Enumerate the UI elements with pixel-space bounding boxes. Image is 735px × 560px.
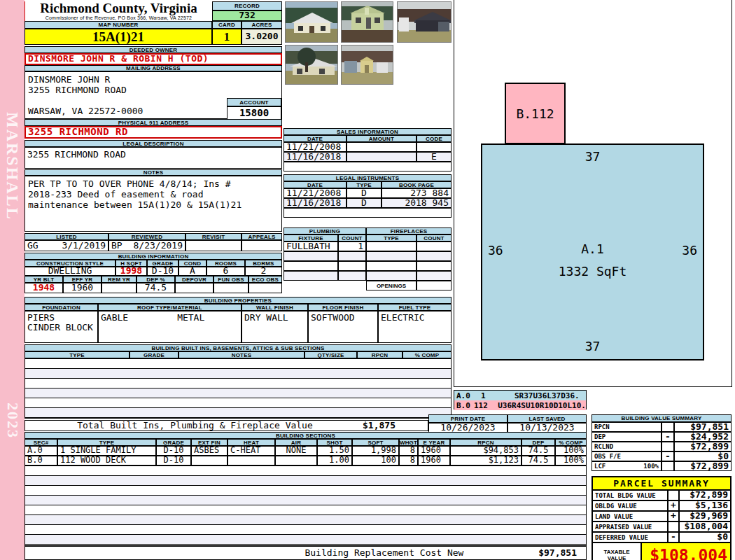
review-header-row: LISTED REVIEWED REVISIT APPEALS <box>24 233 282 240</box>
instr-type-label: TYPE <box>346 181 382 188</box>
plumbing-row-empty <box>284 261 451 271</box>
listed-date: 3/1/2019 <box>62 241 106 251</box>
plumbing-row-empty <box>284 271 451 281</box>
notes-label: NOTES <box>24 169 282 176</box>
bi-notes-label: NOTES <box>178 351 304 358</box>
parcel-summary-row: OBLDG VALUE + $5,136 <box>592 500 731 511</box>
bvs-row: DEP - $24,952 <box>592 432 732 442</box>
sales-code-label: CODE <box>416 135 451 142</box>
wall-finish-label: WALL FINISH <box>241 304 308 311</box>
notes-box: PER TP TO TO OVER PHONE 4/8/14; Ins # 20… <box>24 176 282 232</box>
reviewed-by: BP <box>111 241 122 251</box>
fireplaces-title: FIREPLACES <box>366 227 451 234</box>
bvs-title: BUILDING VALUE SUMMARY <box>592 414 732 422</box>
notes-line2: 2018-233 Deed of easement & road <box>28 189 279 200</box>
built-ins-total-value: $1,875 <box>363 421 426 430</box>
remyr-label: REM YR <box>102 276 136 283</box>
record-label: RECORD <box>212 1 282 10</box>
listed-value: GG3/1/2019 <box>24 240 108 251</box>
built-ins-empty-rows <box>24 358 451 419</box>
account-box: ACCOUNT 15800 <box>227 98 281 120</box>
building-info-values1: DWELLING 1998 D-10 A 6 2 <box>24 267 282 276</box>
instruments-title: LEGAL INSTRUMENTS <box>284 174 451 181</box>
deeded-owner-label: DEEDED OWNER <box>24 46 282 53</box>
outbuildings-photo[interactable] <box>341 45 393 85</box>
plumbing-title: PLUMBING <box>284 227 366 234</box>
record-box: RECORD 732 <box>212 1 282 21</box>
sketch-dim-left: 36 <box>488 243 503 258</box>
sidebar-strip: MARSHALL 2023 <box>0 0 24 560</box>
listed-by: GG <box>27 241 38 251</box>
depovr-value <box>175 283 214 293</box>
instr-bookpage-label: BOOK PAGE <box>382 181 451 188</box>
card-value: 1 <box>212 29 241 45</box>
record-value: 732 <box>212 10 282 21</box>
sales-amount-label: AMOUNT <box>346 135 416 142</box>
roof-value: GABLE METAL <box>98 311 241 343</box>
appeals-label: APPEALS <box>241 233 282 240</box>
account-value: 15800 <box>227 106 281 120</box>
green-house-photo[interactable] <box>341 1 393 43</box>
mailing-address-label: MAILING ADDRESS <box>24 65 282 71</box>
notes-line1: PER TP TO TO OVER PHONE 4/8/14; Ins # <box>28 178 279 189</box>
building-props-header: FOUNDATION ROOF TYPE/MATERIAL WALL FINIS… <box>24 304 451 311</box>
fuel-type-label: FUEL TYPE <box>378 304 451 311</box>
house-front-photo[interactable] <box>285 1 338 43</box>
revisit-value <box>186 240 241 251</box>
wall-finish-value: DRY WALL <box>241 311 308 343</box>
fixture-label: FIXTURE <box>284 234 338 241</box>
bvs-row: RCLND $72,899 <box>592 442 732 451</box>
hsqft-value: 1998 <box>115 267 147 276</box>
bvs-row: OBS F/E - $0 <box>592 451 732 461</box>
effyr-value: 1960 <box>63 283 102 293</box>
ecoobs-value <box>248 283 282 293</box>
sketch-legend-row-b: B.0 112 U36R4SU10R10D10L10. <box>454 400 586 410</box>
parcel-summary-row: TOTAL BLDG VALUE $72,899 <box>592 490 731 500</box>
print-info-box: PRINT DATE LAST SAVED 10/26/2023 10/13/2… <box>428 414 587 433</box>
funobs-label: FUN OBS <box>214 276 248 283</box>
sidebar-agency-label: MARSHALL <box>3 112 22 220</box>
openings-row: OPENINGS <box>366 281 451 290</box>
taxable-value-amount: $108,004 <box>641 542 731 560</box>
instruments-header-row: DATE TYPE BOOK PAGE <box>284 181 451 188</box>
sales-header-row: DATE AMOUNT CODE <box>284 135 451 142</box>
building-value-summary: BUILDING VALUE SUMMARY RPCN $97,851 DEP … <box>592 414 732 471</box>
instruments-row-empty <box>284 208 451 218</box>
bvs-row: LCF 100% $72,899 <box>592 461 732 471</box>
card-label: CARD <box>212 21 241 29</box>
appeals-value <box>241 240 282 251</box>
cond-label: COND <box>178 260 206 267</box>
foundation-label: FOUNDATION <box>24 304 98 311</box>
mailing-line3: WARSAW, VA 22572-0000 <box>28 106 143 116</box>
building-sections-bottom-row: Building Replacement Cost New $97,851 <box>24 546 587 560</box>
sketch-section-a-sqft: 1332 SqFt <box>559 264 627 279</box>
house-front-photo-art <box>286 2 338 43</box>
bi-type-label: TYPE <box>24 351 130 358</box>
taxable-value-label: TAXABLE VALUE <box>592 542 641 560</box>
grade-label: GRADE <box>147 260 178 267</box>
parcel-summary-row: DEFERRED VALUE - $0 <box>592 532 731 542</box>
revisit-label: REVISIT <box>186 233 241 240</box>
parcel-summary-row: APPRAISED VALUE $108,004 <box>592 522 731 532</box>
title-block: Richmond County, Virginia Commissioner o… <box>24 1 212 21</box>
instruments-row: 11/21/2008 D 273 884 <box>284 188 451 198</box>
house-side-photo-art <box>286 46 338 85</box>
building-info-header2: YR BLT EFF YR REM YR DEP % DEPOVR FUN OB… <box>24 276 282 283</box>
house-side-photo[interactable] <box>285 45 338 85</box>
sketch-section-a: 37 36 36 A.1 1332 SqFt 37 <box>481 144 704 360</box>
reviewed-value: BP8/23/2019 <box>108 240 186 251</box>
plumbing-fireplaces-headers: FIXTURE COUNT TYPE COUNT <box>284 234 451 241</box>
sketch-dim-bottom: 37 <box>585 339 601 354</box>
review-value-row: GG3/1/2019 BP8/23/2019 <box>24 240 282 251</box>
building-props-title: BUILDING PROPERTIES <box>24 297 451 304</box>
outbuildings-photo-art <box>342 46 393 85</box>
print-date-label: PRINT DATE <box>428 414 507 423</box>
parcel-summary: PARCEL SUMMARY TOTAL BLDG VALUE $72,899 … <box>592 476 732 560</box>
parcel-summary-row: LAND VALUE + $29,969 <box>592 511 731 522</box>
floor-finish-label: FLOOR FINISH <box>308 304 378 311</box>
sketch-canvas: B.112 37 36 36 A.1 1332 SqFt 37 <box>454 0 732 387</box>
construction-style-value: DWELLING <box>24 267 115 276</box>
carport-photo[interactable] <box>397 1 451 43</box>
hsqft-label: H SQFT <box>115 260 147 267</box>
map-number-value: 15A(1)21 <box>24 29 212 45</box>
